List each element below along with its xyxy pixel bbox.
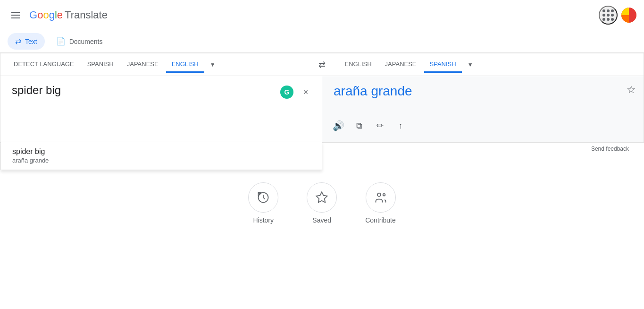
source-actions: G ×: [280, 84, 314, 101]
autocomplete-dropdown: spider big araña grande: [0, 142, 322, 170]
source-lang-bar: DETECT LANGUAGE SPANISH JAPANESE ENGLISH…: [0, 57, 313, 72]
autocomplete-sub-text: araña grande: [12, 157, 310, 164]
grid-icon: [602, 9, 614, 21]
logo-google-text: Google: [29, 9, 63, 21]
history-label: History: [253, 216, 274, 224]
contribute-icon: [366, 182, 396, 213]
translate-icon: ⇄: [15, 37, 21, 46]
google-apps-button[interactable]: [599, 6, 618, 25]
tab-bar: ⇄ Text 📄 Documents: [0, 30, 644, 53]
tab-documents[interactable]: 📄 Documents: [49, 33, 110, 50]
document-icon: 📄: [56, 37, 66, 46]
tab-text[interactable]: ⇄ Text: [8, 33, 45, 50]
source-panel: spider big G ×: [0, 76, 322, 142]
header: Google Translate: [0, 0, 644, 30]
translated-text: araña grande: [334, 84, 632, 99]
contribute-label: Contribute: [365, 216, 396, 224]
logo-translate-text: Translate: [65, 9, 108, 21]
language-bar: DETECT LANGUAGE SPANISH JAPANESE ENGLISH…: [0, 53, 644, 76]
tab-documents-label: Documents: [69, 38, 103, 45]
source-input[interactable]: spider big: [12, 84, 310, 123]
target-lang-bar: ENGLISH JAPANESE SPANISH ▼: [332, 57, 644, 72]
logo[interactable]: Google Translate: [29, 9, 108, 21]
source-lang-expand[interactable]: ▼: [206, 58, 219, 72]
target-lang-expand[interactable]: ▼: [464, 58, 477, 72]
lang-japanese-target[interactable]: JAPANESE: [379, 57, 422, 73]
saved-icon: [307, 182, 337, 213]
translation-panels: spider big G × araña grande ☆ 🔊 ⧉ ✏ ↑ sp…: [0, 76, 644, 142]
svg-point-3: [383, 194, 385, 196]
header-left: Google Translate: [8, 8, 108, 22]
swap-languages-button[interactable]: ⇄: [313, 55, 332, 74]
saved-button[interactable]: Saved: [307, 182, 337, 224]
clear-button[interactable]: ×: [297, 84, 314, 101]
lang-english-source[interactable]: ENGLISH: [166, 57, 204, 73]
autocomplete-main-text: spider big: [12, 147, 310, 156]
edit-button[interactable]: ✏: [371, 117, 388, 134]
listen-button[interactable]: 🔊: [330, 117, 347, 134]
svg-marker-1: [317, 192, 327, 202]
history-button[interactable]: History: [248, 182, 278, 224]
save-translation-button[interactable]: ☆: [627, 84, 636, 96]
contribute-button[interactable]: Contribute: [365, 182, 396, 224]
share-button[interactable]: ↑: [392, 117, 409, 134]
hamburger-menu[interactable]: [8, 8, 24, 22]
translation-wrapper: DETECT LANGUAGE SPANISH JAPANESE ENGLISH…: [0, 53, 644, 143]
lang-japanese-source[interactable]: JAPANESE: [121, 57, 164, 73]
tab-text-label: Text: [25, 38, 37, 45]
translation-actions: 🔊 ⧉ ✏ ↑: [330, 117, 409, 134]
header-right: [599, 6, 636, 25]
grammarly-icon[interactable]: G: [280, 86, 293, 99]
lang-spanish-target[interactable]: SPANISH: [424, 57, 462, 73]
copy-button[interactable]: ⧉: [351, 117, 368, 134]
history-icon: [248, 182, 278, 213]
saved-label: Saved: [312, 216, 331, 224]
avatar[interactable]: [621, 8, 636, 23]
target-panel: araña grande ☆ 🔊 ⧉ ✏ ↑: [322, 76, 644, 142]
lang-english-target[interactable]: ENGLISH: [339, 57, 377, 73]
lang-detect[interactable]: DETECT LANGUAGE: [8, 57, 80, 73]
send-feedback-link[interactable]: Send feedback: [584, 144, 636, 154]
avatar-image: [621, 8, 636, 23]
autocomplete-item[interactable]: spider big araña grande: [1, 142, 322, 170]
svg-point-2: [377, 193, 381, 197]
lang-spanish-source[interactable]: SPANISH: [82, 57, 119, 73]
